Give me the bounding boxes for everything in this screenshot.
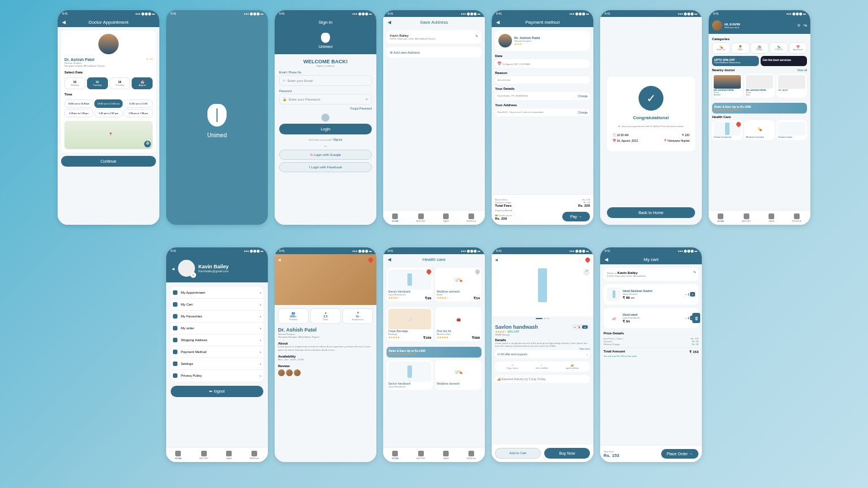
change-link[interactable]: Change [578,94,588,98]
banner[interactable]: UPTO 20% OFFProtect Healthcare Products … [712,56,759,66]
login-button[interactable]: Login [279,124,372,134]
email-input[interactable]: ✉Enter your Email [279,75,372,86]
qty-stepper[interactable]: − 1 + [685,293,695,296]
nav-home[interactable]: HOME [392,213,398,223]
address-card[interactable]: Kavin BaileyD-310, Sequardo center, Ahme… [387,30,481,43]
nav-report[interactable]: REPORT [416,451,426,460]
view-all-link[interactable]: View all [797,68,807,72]
nav-report[interactable]: REPORT [199,451,209,460]
time-chip[interactable]: 1:00 pm to 1:30 pm [64,109,93,117]
doctor-card[interactable]: DR. ASHISH PATELDentistAvailable [712,73,743,98]
place-order-button[interactable]: Place Order → [661,449,698,459]
banner[interactable]: Get the best services [761,56,808,66]
map-view[interactable]: 📍⊕ [64,121,153,149]
nav-save[interactable]: SAVE [769,213,774,223]
google-button[interactable]: G Login with Google [279,150,372,160]
menu-favourites[interactable]: My Favourites› [171,311,263,323]
offers-button[interactable]: 🏷 All offer and coupons › [495,350,590,358]
edit-icon[interactable]: ✎ [693,270,696,274]
nav-save[interactable]: SAVE [443,451,449,460]
back-icon[interactable]: ◀ [388,257,391,262]
category-chip[interactable]: 💊Health Care [712,42,730,54]
share-icon[interactable]: ↗ [583,269,590,276]
back-icon[interactable]: ◀ [388,20,391,25]
nav-profile[interactable]: PROFILE [466,451,476,460]
edit-avatar-icon[interactable]: ✎ [190,272,196,278]
category-chip[interactable]: 🦠COVID-19 [770,42,788,54]
time-chip[interactable]: 10:00 am to 10:30am [64,99,93,108]
date-chip[interactable]: 15Monday [64,77,85,89]
product-card[interactable]: 🧰First Aid KitMedicine Box★★★★★₹599 [435,307,481,341]
fingerprint-icon[interactable]: ⬤ [279,112,372,121]
category-chip[interactable]: 📅Appointment [789,42,807,54]
menu-cart[interactable]: My Cart› [171,299,263,311]
nav-report[interactable]: REPORT [741,213,751,223]
back-icon[interactable]: ◀ [605,257,608,262]
doctor-photo: ◀ [275,254,376,305]
time-chip[interactable]: 2:00 pm to 2:30 pm [124,109,153,117]
nav-save[interactable]: SAVE [443,213,449,223]
pay-button[interactable]: Pay → [562,212,590,221]
category-chip[interactable]: 👨‍⚕️Doctor [731,42,749,54]
back-home-button[interactable]: Back to Home [607,207,695,218]
nav-save[interactable]: SAVE [226,451,232,460]
time-chip[interactable]: 11:00 am to 11:30 [124,99,153,108]
product-card[interactable]: 🩺💊Medicine stomechBottle★★★★☆₹54 [435,268,481,302]
nav-profile[interactable]: PROFILE [466,213,476,223]
date-chip[interactable]: 16Tuesday [110,77,131,89]
search-icon[interactable]: 🔍 [797,24,801,28]
back-icon[interactable]: ◀ [172,267,175,271]
back-icon[interactable]: ◀ [62,20,66,25]
back-icon[interactable]: ◀ [278,258,281,262]
back-icon[interactable]: ◀ [496,20,500,25]
nav-profile[interactable]: PROFILE [249,451,259,460]
doctor-card[interactable]: DR. ASHI [776,73,807,98]
logout-button[interactable]: ⬅ logout [171,386,263,397]
calendar-button[interactable]: 📅August [132,77,153,89]
qty-stepper[interactable]: −1+ [572,324,590,330]
product-card[interactable]: Savlon handwashLiquid Handwash [387,360,433,390]
menu-order[interactable]: My order› [171,323,263,334]
product-card[interactable]: 🩺💊Medicine stomech [435,360,481,390]
change-link[interactable]: Change [578,111,588,114]
facebook-button[interactable]: f Login with Facebook [279,162,372,172]
date-chip[interactable]: 16Tuesday [87,77,108,89]
nav-home[interactable]: HOME [175,451,181,460]
product-card[interactable]: 🩹Crepe BandageBandage★★★★★₹169 [387,307,433,341]
product-card[interactable]: 💊Medicine stomach [744,120,775,140]
buy-now-button[interactable]: Buy Now [544,448,590,459]
menu-shipping[interactable]: Shipping Address› [171,334,263,346]
add-address-button[interactable]: ⊕ Add new Address [387,47,481,58]
menu-appointment[interactable]: My Appointment› [171,287,263,299]
add-cart-button[interactable]: Add to Cart [495,448,541,459]
nav-report[interactable]: REPORT [416,213,426,223]
edit-icon[interactable]: ✎ [475,34,478,38]
password-input[interactable]: 🔒Enter your Password👁 [279,94,372,104]
check-icon: ✓ [639,86,663,111]
cart-icon[interactable]: 🛍 [804,24,807,27]
nav-home[interactable]: HOME [717,213,724,223]
time-chip[interactable]: 1:30 pm to 2:00 pm [94,109,123,117]
nav-home[interactable]: HOME [392,451,398,460]
menu-settings[interactable]: Settings› [171,358,263,370]
menu-privacy[interactable]: Privacy Policy› [171,370,263,381]
heart-icon[interactable] [367,256,374,263]
time-chip[interactable]: 10:30 am to 11:00 am [94,99,123,108]
menu-payment[interactable]: Payment Method› [171,346,263,358]
forgot-password-link[interactable]: Forgot Password [279,107,372,110]
delete-icon[interactable]: 🗑 [692,313,700,323]
back-icon[interactable]: ◀ [495,258,498,262]
signup-link[interactable]: Signup [333,138,342,141]
product-card[interactable]: Savlon handw [776,120,807,140]
product-card[interactable]: Savlon handwashLiquid Handwash★★★★☆₹99 [387,268,433,302]
refer-banner[interactable]: Refer & Earn Up to Rs.1000invite your fr… [712,103,807,114]
nav-profile[interactable]: PROFILE [792,213,801,223]
continue-button[interactable]: Continue [61,156,156,167]
refer-banner[interactable]: Refer & Earn Up to Rs.1000invite your fr… [387,347,481,358]
product-card[interactable]: Savlon handwash [712,120,743,140]
heart-icon[interactable] [584,256,591,263]
cart-item: 🧼Hand washLiquid handwash₹ 54− 1 +🗑 [604,308,698,328]
doctor-card[interactable]: DR. ASHISH PATELDentistBusy [744,73,775,98]
screen-save-address: 9:41●●● ⬤⬤⬤ ▬ ◀Save Address Kavin Bailey… [383,10,485,225]
category-chip[interactable]: 🏥Hospital [750,42,769,54]
